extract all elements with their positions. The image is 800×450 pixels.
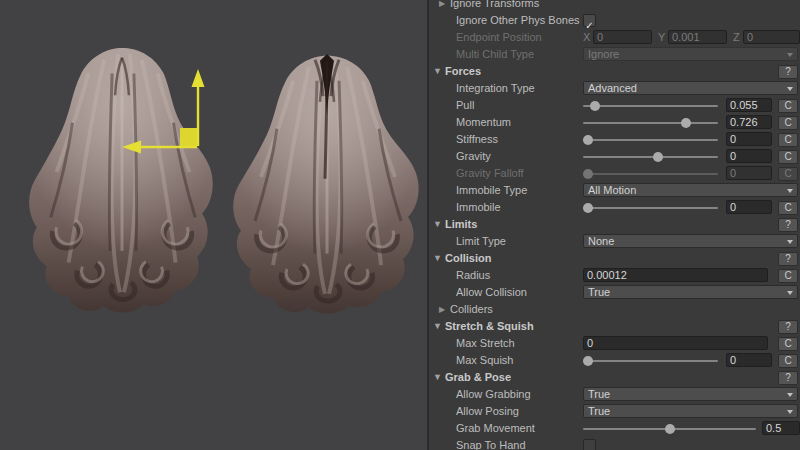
axis-value-field[interactable]: 0 [743, 30, 800, 44]
row-colliders: ▶Colliders [429, 301, 800, 318]
help-button[interactable]: ? [778, 320, 798, 334]
foldout-expanded-icon[interactable]: ▼ [433, 373, 442, 382]
help-button[interactable]: ? [778, 371, 798, 385]
slider-track[interactable] [583, 360, 718, 362]
row-grab-pose: ▼Grab & Pose? [429, 369, 800, 386]
slider-track[interactable] [583, 122, 718, 124]
slider-track[interactable] [583, 207, 718, 209]
foldout-expanded-icon[interactable]: ▼ [433, 322, 442, 331]
slider-handle[interactable] [583, 169, 593, 179]
copy-button[interactable]: C [778, 201, 798, 215]
slider-track[interactable] [583, 173, 718, 175]
row-label[interactable]: Stretch & Squish [445, 320, 534, 332]
row-label: Ignore Other Phys Bones [456, 14, 580, 26]
dropdown-immobile-type[interactable]: All Motion [583, 183, 798, 197]
row-ignore-other-phys-bones: Ignore Other Phys Bones✓ [429, 12, 800, 29]
checkbox-checked[interactable]: ✓ [583, 14, 596, 27]
slider-value-field[interactable]: 0 [726, 353, 772, 367]
row-stiffness: Stiffness0C [429, 131, 800, 148]
row-label[interactable]: Grab & Pose [445, 371, 511, 383]
row-label[interactable]: Forces [445, 65, 481, 77]
slider-track[interactable] [583, 428, 756, 430]
row-label[interactable]: Ignore Transforms [450, 0, 539, 9]
dropdown-allow-grabbing[interactable]: True [583, 387, 798, 401]
help-button[interactable]: ? [778, 218, 798, 232]
slider-handle[interactable] [583, 356, 593, 366]
slider-handle[interactable] [583, 203, 593, 213]
slider-handle[interactable] [665, 424, 675, 434]
help-button[interactable]: ? [778, 65, 798, 79]
copy-button[interactable]: C [778, 354, 798, 368]
slider-value-field[interactable]: 0.055 [726, 98, 772, 112]
dropdown-value: Advanced [588, 82, 637, 95]
slider-handle[interactable] [590, 101, 600, 111]
slider-track[interactable] [583, 139, 718, 141]
dropdown-multi-child-type[interactable]: Ignore [583, 47, 798, 61]
copy-button[interactable]: C [778, 150, 798, 164]
checkbox-unchecked[interactable] [583, 439, 596, 450]
slider-value-field[interactable]: 0 [726, 132, 772, 146]
slider-track[interactable] [583, 105, 718, 107]
row-label: Radius [456, 269, 490, 281]
row-collision: ▼Collision? [429, 250, 800, 267]
chevron-down-icon [787, 87, 793, 91]
scene-viewport[interactable] [0, 0, 427, 450]
row-label[interactable]: Colliders [450, 303, 493, 315]
copy-button[interactable]: C [778, 116, 798, 130]
dropdown-allow-collision[interactable]: True [583, 285, 798, 299]
foldout-expanded-icon[interactable]: ▼ [433, 254, 442, 263]
dropdown-limit-type[interactable]: None [583, 234, 798, 248]
slider-value-field[interactable]: 0.726 [726, 115, 772, 129]
row-label[interactable]: Limits [445, 218, 477, 230]
axis-value-field[interactable]: 0 [593, 30, 652, 44]
foldout-expanded-icon[interactable]: ▼ [433, 67, 442, 76]
row-label: Immobile [456, 201, 501, 213]
slider-value-field[interactable]: 0 [726, 166, 772, 180]
axis-value-field[interactable]: 0.001 [668, 30, 727, 44]
slider-value-field[interactable]: 0.5 [762, 421, 800, 435]
row-momentum: Momentum0.726C [429, 114, 800, 131]
row-label: Grab Movement [456, 422, 535, 434]
axis-label: X [583, 31, 590, 43]
row-label: Momentum [456, 116, 511, 128]
row-endpoint-position: Endpoint PositionX0Y0.001Z0 [429, 29, 800, 46]
value-field[interactable]: 0 [583, 336, 768, 350]
dropdown-integration-type[interactable]: Advanced [583, 81, 798, 95]
slider-track[interactable] [583, 156, 718, 158]
row-label[interactable]: Collision [445, 252, 491, 264]
hair-model-right[interactable] [233, 54, 418, 314]
slider-handle[interactable] [653, 152, 663, 162]
chevron-down-icon [787, 53, 793, 57]
copy-button[interactable]: C [778, 99, 798, 113]
row-immobile-type: Immobile TypeAll Motion [429, 182, 800, 199]
dropdown-allow-posing[interactable]: True [583, 404, 798, 418]
copy-button[interactable]: C [778, 269, 798, 283]
row-label: Pull [456, 99, 474, 111]
row-radius: Radius0.00012C [429, 267, 800, 284]
value-field[interactable]: 0.00012 [583, 268, 768, 282]
copy-button[interactable]: C [778, 337, 798, 351]
row-label: Gravity Falloff [456, 167, 524, 179]
slider-value-field[interactable]: 0 [726, 200, 772, 214]
copy-button[interactable]: C [778, 133, 798, 147]
help-button[interactable]: ? [778, 252, 798, 266]
row-label: Snap To Hand [456, 439, 526, 450]
hair-model-left[interactable] [29, 48, 213, 313]
slider-handle[interactable] [681, 118, 691, 128]
row-multi-child-type: Multi Child TypeIgnore [429, 46, 800, 63]
row-label: Limit Type [456, 235, 506, 247]
gizmo-plane-handle[interactable] [180, 128, 198, 146]
slider-value-field[interactable]: 0 [726, 149, 772, 163]
row-max-squish: Max Squish0C [429, 352, 800, 369]
foldout-collapsed-icon[interactable]: ▶ [439, 0, 445, 8]
row-grab-movement: Grab Movement0.5 [429, 420, 800, 437]
slider-handle[interactable] [583, 135, 593, 145]
row-label: Allow Posing [456, 405, 519, 417]
foldout-expanded-icon[interactable]: ▼ [433, 220, 442, 229]
foldout-collapsed-icon[interactable]: ▶ [439, 305, 445, 314]
row-pull: Pull0.055C [429, 97, 800, 114]
copy-button[interactable]: C [778, 167, 798, 181]
chevron-down-icon [787, 189, 793, 193]
row-gravity-falloff: Gravity Falloff0C [429, 165, 800, 182]
dropdown-value: Ignore [588, 48, 619, 61]
